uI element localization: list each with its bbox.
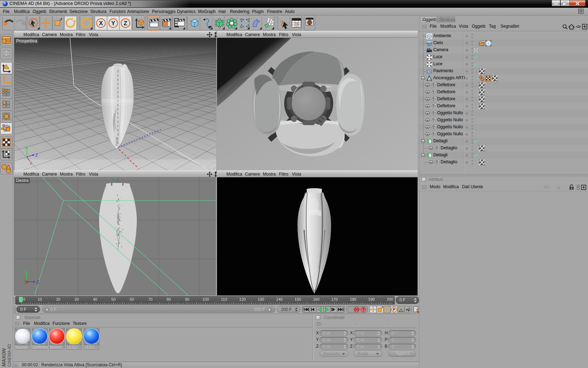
svg-text:70: 70 xyxy=(148,297,152,301)
svg-text:150: 150 xyxy=(295,297,301,301)
svg-text:60: 60 xyxy=(130,297,134,301)
svg-text:180: 180 xyxy=(350,297,356,301)
svg-text:140: 140 xyxy=(276,297,282,301)
svg-text:170: 170 xyxy=(331,297,338,301)
svg-text:Z: Z xyxy=(36,279,39,285)
svg-text:Y: Y xyxy=(111,20,115,27)
svg-text:90: 90 xyxy=(185,297,189,301)
svg-text:200: 200 xyxy=(387,297,393,301)
svg-text:0: 0 xyxy=(23,297,25,301)
svg-text:110: 110 xyxy=(221,297,227,301)
svg-text:160: 160 xyxy=(313,297,319,301)
svg-text:CINEMA 4D: CINEMA 4D xyxy=(7,344,12,367)
svg-text:100: 100 xyxy=(202,297,209,301)
svg-text:MAXON: MAXON xyxy=(1,348,7,367)
svg-text:10: 10 xyxy=(38,297,42,301)
svg-text:?: ? xyxy=(295,22,299,28)
svg-text:Y: Y xyxy=(24,146,27,150)
svg-text:130: 130 xyxy=(258,297,264,301)
svg-text:80: 80 xyxy=(167,297,171,301)
svg-text:190: 190 xyxy=(368,297,374,301)
svg-text:50: 50 xyxy=(111,297,115,301)
svg-text:X: X xyxy=(99,20,103,27)
svg-text:?: ? xyxy=(362,307,365,312)
svg-text:120: 120 xyxy=(239,297,246,301)
svg-text:30: 30 xyxy=(75,297,79,301)
svg-text:40: 40 xyxy=(93,297,97,301)
svg-text:P: P xyxy=(393,307,395,312)
svg-text:X: X xyxy=(30,161,33,165)
svg-text:Z: Z xyxy=(35,153,38,158)
svg-text:20: 20 xyxy=(56,297,60,301)
svg-text:Z: Z xyxy=(124,20,127,27)
svg-text:Y: Y xyxy=(24,269,27,273)
